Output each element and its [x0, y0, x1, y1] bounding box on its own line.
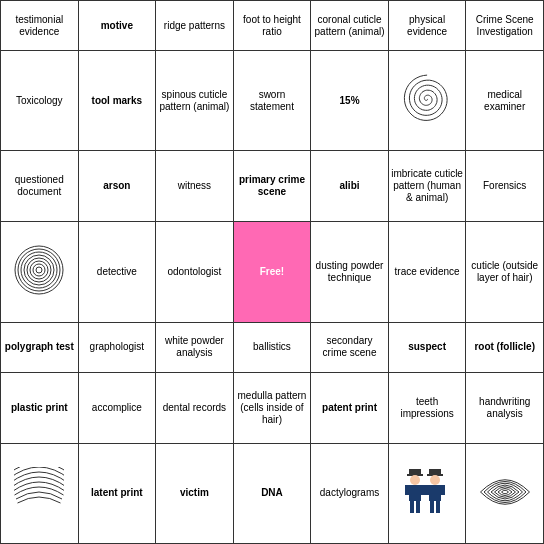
svg-point-18	[430, 475, 440, 485]
cell-0-3[interactable]: foot to height ratio	[233, 1, 311, 51]
svg-rect-12	[410, 501, 414, 513]
cell-5-2[interactable]: dental records	[156, 372, 234, 443]
cell-1-1[interactable]: tool marks	[78, 51, 156, 151]
cell-5-1[interactable]: accomplice	[78, 372, 156, 443]
cell-4-4[interactable]: secondary crime scene	[311, 322, 389, 372]
cell-3-4[interactable]: dusting powder technique	[311, 222, 389, 322]
cell-2-2[interactable]: witness	[156, 151, 234, 222]
svg-rect-8	[409, 469, 421, 474]
cell-4-2[interactable]: white powder analysis	[156, 322, 234, 372]
cell-4-6[interactable]: root (follicle)	[466, 322, 544, 372]
cell-2-6[interactable]: Forensics	[466, 151, 544, 222]
cell-6-4[interactable]: dactylograms	[311, 443, 389, 543]
cell-0-1[interactable]: motive	[78, 1, 156, 51]
svg-rect-15	[421, 485, 425, 495]
cell-3-3[interactable]: Free!	[233, 222, 311, 322]
cell-6-6[interactable]	[466, 443, 544, 543]
svg-point-10	[410, 475, 420, 485]
svg-point-0	[36, 267, 42, 273]
cell-1-6[interactable]: medical examiner	[466, 51, 544, 151]
cell-2-3[interactable]: primary crime scene	[233, 151, 311, 222]
cell-2-4[interactable]: alibi	[311, 151, 389, 222]
svg-point-3	[27, 258, 51, 282]
cell-3-1[interactable]: detective	[78, 222, 156, 322]
cell-3-6[interactable]: cuticle (outside layer of hair)	[466, 222, 544, 322]
cell-2-0[interactable]: questioned document	[1, 151, 79, 222]
svg-rect-21	[436, 501, 440, 513]
svg-rect-14	[405, 485, 409, 495]
svg-rect-19	[429, 485, 441, 501]
cell-4-0[interactable]: polygraph test	[1, 322, 79, 372]
cell-0-0[interactable]: testimonial evidence	[1, 1, 79, 51]
cell-0-4[interactable]: coronal cuticle pattern (animal)	[311, 1, 389, 51]
cell-3-5[interactable]: trace evidence	[388, 222, 466, 322]
cell-3-2[interactable]: odontologist	[156, 222, 234, 322]
svg-rect-16	[429, 469, 441, 474]
cell-5-0[interactable]: plastic print	[1, 372, 79, 443]
svg-rect-20	[430, 501, 434, 513]
cell-6-0[interactable]	[1, 443, 79, 543]
cell-0-5[interactable]: physical evidence	[388, 1, 466, 51]
svg-rect-23	[441, 485, 445, 495]
svg-point-4	[24, 255, 54, 285]
cell-2-1[interactable]: arson	[78, 151, 156, 222]
cell-0-6[interactable]: Crime Scene Investigation	[466, 1, 544, 51]
svg-point-1	[33, 264, 45, 276]
svg-point-5	[21, 252, 57, 288]
cell-0-2[interactable]: ridge patterns	[156, 1, 234, 51]
cell-4-3[interactable]: ballistics	[233, 322, 311, 372]
cell-5-5[interactable]: teeth impressions	[388, 372, 466, 443]
svg-rect-22	[425, 485, 429, 495]
cell-5-3[interactable]: medulla pattern (cells inside of hair)	[233, 372, 311, 443]
cell-4-5[interactable]: suspect	[388, 322, 466, 372]
cell-1-2[interactable]: spinous cuticle pattern (animal)	[156, 51, 234, 151]
cell-6-3[interactable]: DNA	[233, 443, 311, 543]
cell-5-4[interactable]: patent print	[311, 372, 389, 443]
cell-2-5[interactable]: imbricate cuticle pattern (human & anima…	[388, 151, 466, 222]
cell-4-1[interactable]: graphologist	[78, 322, 156, 372]
svg-rect-13	[416, 501, 420, 513]
cell-6-1[interactable]: latent print	[78, 443, 156, 543]
svg-point-7	[15, 246, 63, 294]
cell-5-6[interactable]: handwriting analysis	[466, 372, 544, 443]
cell-6-5[interactable]	[388, 443, 466, 543]
cell-1-0[interactable]: Toxicology	[1, 51, 79, 151]
cell-1-4[interactable]: 15%	[311, 51, 389, 151]
cell-1-5[interactable]	[388, 51, 466, 151]
svg-rect-11	[409, 485, 421, 501]
cell-3-0[interactable]	[1, 222, 79, 322]
bingo-grid: testimonial evidencemotiveridge patterns…	[0, 0, 544, 544]
cell-1-3[interactable]: sworn statement	[233, 51, 311, 151]
cell-6-2[interactable]: victim	[156, 443, 234, 543]
